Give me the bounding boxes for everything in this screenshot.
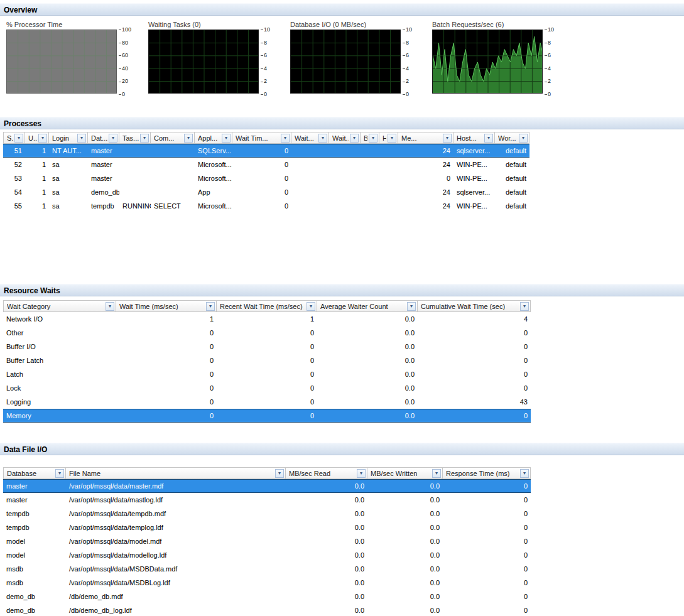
- column-header-h[interactable]: H...▾: [379, 132, 398, 144]
- filter-dropdown-icon[interactable]: ▾: [106, 302, 114, 311]
- table-row[interactable]: Buffer Latch000.00: [3, 354, 531, 367]
- table-row[interactable]: master/var/opt/mssql/data/master.mdf0.00…: [3, 479, 531, 493]
- chart-plot-processor-time: [6, 30, 117, 94]
- filter-dropdown-icon[interactable]: ▾: [222, 134, 231, 143]
- section-header-resource-waits[interactable]: Resource Waits: [0, 284, 684, 296]
- table-row[interactable]: tempdb/var/opt/mssql/data/templog.ldf0.0…: [3, 521, 531, 534]
- column-header-database[interactable]: Database▾: [3, 467, 66, 479]
- filter-dropdown-icon[interactable]: ▾: [318, 134, 327, 143]
- table-row[interactable]: Other000.00: [3, 326, 531, 340]
- column-header-host[interactable]: Host...▾: [453, 132, 495, 144]
- table-cell: [291, 158, 329, 171]
- filter-dropdown-icon[interactable]: ▾: [14, 134, 23, 143]
- filter-dropdown-icon[interactable]: ▾: [484, 134, 493, 143]
- table-row[interactable]: 551satempdbRUNNINGSELECTMicrosoft...024W…: [3, 199, 529, 213]
- table-cell: default: [495, 144, 529, 158]
- filter-dropdown-icon[interactable]: ▾: [443, 134, 452, 143]
- column-header-label: B...: [364, 134, 367, 142]
- column-header-wait[interactable]: Wait...▾: [291, 132, 329, 144]
- column-header-s[interactable]: S...▾: [3, 132, 25, 144]
- table-cell: 0: [116, 367, 217, 381]
- table-cell: 0: [217, 409, 317, 423]
- column-header-wait-time-ms-sec[interactable]: Wait Time (ms/sec)▾: [116, 300, 217, 312]
- filter-dropdown-icon[interactable]: ▾: [520, 469, 529, 478]
- column-header-label: Wait...: [295, 134, 317, 142]
- filter-dropdown-icon[interactable]: ▾: [275, 469, 284, 478]
- table-header-row: Database▾File Name▾MB/sec Read▾MB/sec Wr…: [3, 467, 531, 479]
- table-row[interactable]: Network I/O110.04: [3, 312, 531, 326]
- filter-dropdown-icon[interactable]: ▾: [357, 469, 366, 478]
- table-row[interactable]: msdb/var/opt/mssql/data/MSDBData.mdf0.00…: [3, 562, 531, 576]
- table-row[interactable]: Lock000.00: [3, 381, 531, 395]
- filter-dropdown-icon[interactable]: ▾: [206, 302, 215, 311]
- filter-dropdown-icon[interactable]: ▾: [55, 469, 64, 478]
- filter-dropdown-icon[interactable]: ▾: [109, 134, 117, 143]
- y-axis-label: 6: [545, 53, 554, 58]
- filter-dropdown-icon[interactable]: ▾: [38, 134, 47, 143]
- table-row[interactable]: master/var/opt/mssql/data/mastlog.ldf0.0…: [3, 493, 531, 507]
- section-header-overview[interactable]: Overview: [0, 3, 684, 16]
- section-header-processes[interactable]: Processes: [0, 117, 684, 129]
- section-header-data-file-io[interactable]: Data File I/O: [0, 443, 684, 455]
- column-header-mb-sec-read[interactable]: MB/sec Read▾: [286, 467, 367, 479]
- column-header-average-waiter-count[interactable]: Average Waiter Count▾: [317, 300, 418, 312]
- table-row[interactable]: demo_db/db/demo_db_log.ldf0.00.00: [3, 603, 531, 616]
- filter-dropdown-icon[interactable]: ▾: [369, 134, 377, 143]
- table-row[interactable]: Logging000.043: [3, 395, 531, 409]
- filter-dropdown-icon[interactable]: ▾: [140, 134, 149, 143]
- column-header-me[interactable]: Me...▾: [398, 132, 453, 144]
- column-header-u[interactable]: U...▾: [25, 132, 49, 144]
- table-row[interactable]: Buffer I/O000.00: [3, 340, 531, 354]
- table-cell: 0.0: [286, 507, 367, 521]
- filter-dropdown-icon[interactable]: ▾: [184, 134, 193, 143]
- table-row[interactable]: 511NT AUT...masterSQLServ...024sqlserver…: [3, 144, 529, 158]
- table-row[interactable]: Memory000.00: [3, 409, 531, 423]
- y-axis-label: 4: [261, 66, 270, 72]
- filter-dropdown-icon[interactable]: ▾: [77, 134, 86, 143]
- column-header-dat[interactable]: Dat...▾: [88, 132, 119, 144]
- filter-dropdown-icon[interactable]: ▾: [307, 302, 315, 311]
- table-cell: 0: [418, 354, 531, 367]
- column-header-file-name[interactable]: File Name▾: [66, 467, 286, 479]
- filter-dropdown-icon[interactable]: ▾: [407, 302, 416, 311]
- table-row[interactable]: 531samasterMicrosoft...00WIN-PE...defaul…: [3, 171, 529, 185]
- column-header-wait[interactable]: Wait...▾: [329, 132, 361, 144]
- table-cell: 52: [3, 158, 25, 171]
- table-row[interactable]: 521samasterMicrosoft...024WIN-PE...defau…: [3, 158, 529, 171]
- column-header-cumulative-wait-time-sec[interactable]: Cumulative Wait Time (sec)▾: [418, 300, 531, 312]
- filter-dropdown-icon[interactable]: ▾: [350, 134, 359, 143]
- filter-dropdown-icon[interactable]: ▾: [388, 134, 396, 143]
- table-row[interactable]: model/var/opt/mssql/data/model.mdf0.00.0…: [3, 534, 531, 548]
- table-cell: 1: [25, 185, 49, 199]
- column-header-response-time-ms[interactable]: Response Time (ms)▾: [443, 467, 531, 479]
- column-header-recent-wait-time-ms-sec[interactable]: Recent Wait Time (ms/sec)▾: [217, 300, 317, 312]
- column-header-login[interactable]: Login▾: [49, 132, 88, 144]
- filter-dropdown-icon[interactable]: ▾: [520, 302, 529, 311]
- table-cell: 0.0: [317, 312, 418, 326]
- table-cell: msdb: [3, 562, 66, 576]
- filter-dropdown-icon[interactable]: ▾: [519, 134, 528, 143]
- filter-dropdown-icon[interactable]: ▾: [432, 469, 441, 478]
- table-row[interactable]: Latch000.00: [3, 367, 531, 381]
- column-header-label: Recent Wait Time (ms/sec): [220, 303, 305, 310]
- table-header-row: S...▾U...▾Login▾Dat...▾Tas...▾Com...▾App…: [3, 132, 529, 144]
- table-row[interactable]: demo_db/db/demo_db.mdf0.00.00: [3, 590, 531, 603]
- table-row[interactable]: msdb/var/opt/mssql/data/MSDBLog.ldf0.00.…: [3, 576, 531, 590]
- column-header-b[interactable]: B...▾: [361, 132, 379, 144]
- column-header-wait-category[interactable]: Wait Category▾: [3, 300, 116, 312]
- column-header-wor[interactable]: Wor...▾: [495, 132, 529, 144]
- column-header-mb-sec-written[interactable]: MB/sec Written▾: [367, 467, 443, 479]
- chart-plot-waiting-tasks: [148, 30, 259, 94]
- column-header-tas[interactable]: Tas...▾: [119, 132, 151, 144]
- table-row[interactable]: tempdb/var/opt/mssql/data/tempdb.mdf0.00…: [3, 507, 531, 521]
- table-cell: 24: [398, 144, 453, 158]
- column-header-com[interactable]: Com...▾: [151, 132, 195, 144]
- column-header-label: Wait Tim...: [236, 134, 280, 142]
- filter-dropdown-icon[interactable]: ▾: [281, 134, 290, 143]
- column-header-wait-tim[interactable]: Wait Tim...▾: [232, 132, 291, 144]
- table-row[interactable]: 541sademo_dbApp024sqlserver...default: [3, 185, 529, 199]
- column-header-appl[interactable]: Appl...▾: [195, 132, 232, 144]
- table-cell: 0.0: [367, 548, 443, 562]
- table-row[interactable]: model/var/opt/mssql/data/modellog.ldf0.0…: [3, 548, 531, 562]
- table-cell: 0: [232, 158, 291, 171]
